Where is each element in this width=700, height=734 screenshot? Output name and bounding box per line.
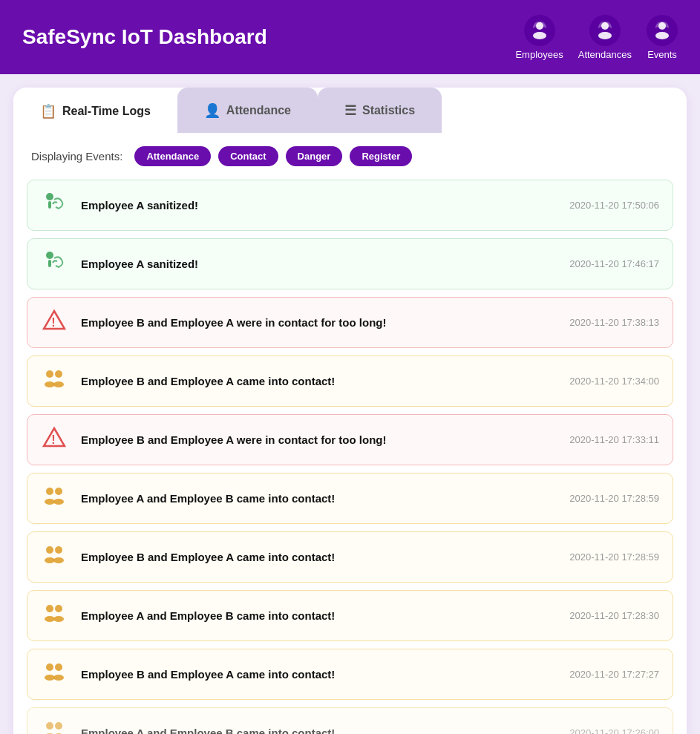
svg-point-19 xyxy=(55,488,62,495)
filter-label: Displaying Events: xyxy=(31,150,122,163)
event-time: 2020-11-20 17:27:27 xyxy=(569,669,659,680)
svg-point-8 xyxy=(46,252,53,259)
filter-attendance[interactable]: Attendance xyxy=(134,146,211,166)
header-nav: Employees Attendances Events xyxy=(515,15,678,60)
event-time: 2020-11-20 17:28:59 xyxy=(569,493,659,504)
employees-label: Employees xyxy=(515,49,563,60)
event-time: 2020-11-20 17:33:11 xyxy=(569,434,659,445)
svg-point-27 xyxy=(55,605,62,612)
event-text: Employee B and Employee A came into cont… xyxy=(81,375,556,387)
tab-attendance[interactable]: 👤 Attendance xyxy=(177,88,318,133)
nav-events[interactable]: Events xyxy=(647,15,678,60)
event-icon-contact xyxy=(41,660,68,689)
event-time: 2020-11-20 17:38:13 xyxy=(569,317,659,328)
svg-rect-9 xyxy=(48,260,51,267)
nav-attendances[interactable]: Attendances xyxy=(578,15,632,60)
svg-point-35 xyxy=(55,722,62,730)
event-icon-danger: ! xyxy=(41,425,68,454)
attendances-icon xyxy=(589,15,621,46)
svg-point-32 xyxy=(45,675,55,681)
app-title: SafeSync IoT Dashboard xyxy=(22,25,267,49)
svg-point-20 xyxy=(45,499,55,505)
event-row: Employee A and Employee B came into cont… xyxy=(27,707,673,734)
svg-point-29 xyxy=(53,616,64,622)
event-text: Employee A and Employee B came into cont… xyxy=(81,609,556,622)
event-row: !Employee B and Employee A were in conta… xyxy=(27,297,673,348)
event-row: Employee A sanitized!2020-11-20 17:50:06 xyxy=(27,180,673,231)
events-label: Events xyxy=(647,49,677,60)
tabs: 📋 Real-Time Logs 👤 Attendance ☰ Statisti… xyxy=(13,88,687,133)
tab-statistics[interactable]: ☰ Statistics xyxy=(318,88,442,133)
event-icon-contact xyxy=(41,543,68,571)
svg-point-25 xyxy=(53,557,64,563)
header: SafeSync IoT Dashboard Employees Attenda xyxy=(0,0,700,74)
nav-employees[interactable]: Employees xyxy=(515,15,563,60)
svg-point-21 xyxy=(53,499,64,505)
event-icon-contact xyxy=(41,601,68,630)
svg-point-26 xyxy=(46,605,53,612)
svg-point-15 xyxy=(53,381,64,387)
event-row: Employee B and Employee A came into cont… xyxy=(27,649,673,700)
svg-point-34 xyxy=(46,722,53,730)
svg-point-28 xyxy=(45,616,55,622)
svg-point-18 xyxy=(46,488,53,495)
events-icon xyxy=(647,15,678,46)
main-content: 📋 Real-Time Logs 👤 Attendance ☰ Statisti… xyxy=(13,88,687,734)
employees-icon xyxy=(524,15,555,46)
event-row: Employee A and Employee B came into cont… xyxy=(27,473,673,524)
svg-point-30 xyxy=(46,663,53,671)
event-time: 2020-11-20 17:50:06 xyxy=(569,200,659,211)
event-time: 2020-11-20 17:46:17 xyxy=(569,258,659,269)
event-text: Employee B and Employee A were in contac… xyxy=(81,316,556,329)
svg-point-33 xyxy=(53,675,64,681)
svg-rect-7 xyxy=(48,201,51,209)
event-icon-contact xyxy=(41,718,68,734)
tab-attendance-label: Attendance xyxy=(226,104,291,117)
filter-contact[interactable]: Contact xyxy=(218,146,278,166)
event-time: 2020-11-20 17:28:59 xyxy=(569,551,659,563)
event-time: 2020-11-20 17:28:30 xyxy=(569,610,659,621)
event-row: Employee B and Employee A came into cont… xyxy=(27,531,673,583)
svg-point-14 xyxy=(45,381,55,387)
svg-point-22 xyxy=(46,546,53,554)
svg-text:!: ! xyxy=(51,316,55,329)
event-icon-sanitize xyxy=(41,249,68,278)
filter-bar: Displaying Events: Attendance Contact Da… xyxy=(13,133,687,174)
filter-danger[interactable]: Danger xyxy=(286,146,343,166)
tab-realtime-label: Real-Time Logs xyxy=(62,105,151,118)
event-text: Employee B and Employee A came into cont… xyxy=(81,551,556,563)
event-icon-contact xyxy=(41,367,68,396)
event-time: 2020-11-20 17:26:00 xyxy=(569,727,659,734)
svg-point-13 xyxy=(55,370,62,378)
event-text: Employee A sanitized! xyxy=(81,258,556,270)
tab-realtime[interactable]: 📋 Real-Time Logs xyxy=(13,88,177,133)
svg-point-1 xyxy=(533,32,546,39)
svg-point-3 xyxy=(598,32,612,39)
filter-register[interactable]: Register xyxy=(350,146,412,166)
event-text: Employee A and Employee B came into cont… xyxy=(81,727,556,734)
svg-point-23 xyxy=(55,546,62,554)
event-row: Employee A sanitized!2020-11-20 17:46:17 xyxy=(27,238,673,289)
event-icon-danger: ! xyxy=(41,308,68,337)
event-icon-contact xyxy=(41,484,68,513)
event-time: 2020-11-20 17:34:00 xyxy=(569,376,659,387)
svg-point-31 xyxy=(55,663,62,671)
svg-point-6 xyxy=(46,193,53,200)
attendances-label: Attendances xyxy=(578,49,632,60)
svg-text:!: ! xyxy=(51,433,55,446)
event-text: Employee B and Employee A came into cont… xyxy=(81,668,556,681)
attendance-icon: 👤 xyxy=(204,102,220,119)
svg-point-12 xyxy=(46,370,53,378)
event-icon-sanitize xyxy=(41,191,68,220)
event-text: Employee A sanitized! xyxy=(81,199,556,212)
statistics-icon: ☰ xyxy=(344,102,356,119)
event-text: Employee A and Employee B came into cont… xyxy=(81,492,556,505)
realtime-icon: 📋 xyxy=(40,103,56,119)
event-row: Employee A and Employee B came into cont… xyxy=(27,590,673,641)
svg-point-5 xyxy=(655,32,669,39)
event-row: Employee B and Employee A came into cont… xyxy=(27,355,673,407)
event-row: !Employee B and Employee A were in conta… xyxy=(27,414,673,465)
tab-statistics-label: Statistics xyxy=(362,104,415,117)
svg-point-24 xyxy=(45,557,55,563)
event-list: Employee A sanitized!2020-11-20 17:50:06… xyxy=(13,174,687,734)
